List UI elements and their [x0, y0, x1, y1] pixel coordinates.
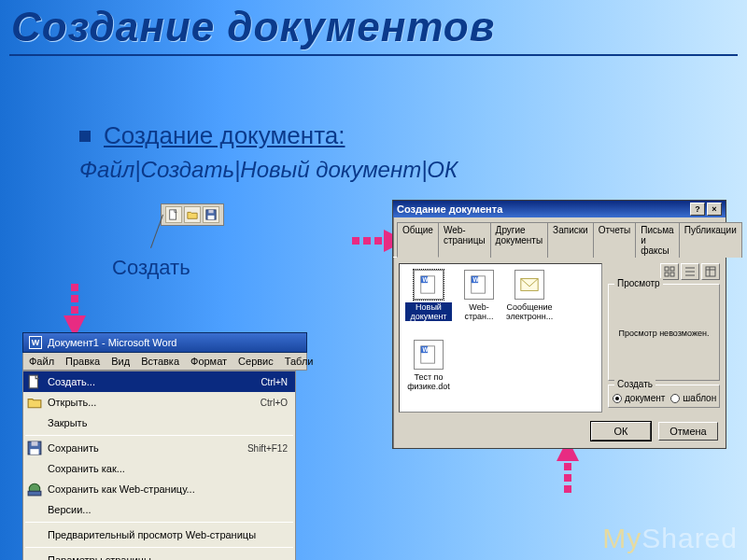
word-titlebar: W Документ1 - Microsoft Word	[22, 332, 307, 353]
svg-rect-23	[670, 273, 674, 276]
menu-separator	[25, 435, 293, 436]
menubar-item[interactable]: Вставка	[135, 353, 185, 370]
menu-item-label: Параметры страницы...	[48, 554, 282, 560]
svg-text:W: W	[423, 346, 430, 353]
word-window: W Документ1 - Microsoft Word ФайлПравкаВ…	[22, 332, 307, 560]
view-list-button[interactable]	[681, 263, 699, 280]
template-item[interactable]: WТест по физике.dot	[405, 340, 452, 391]
ok-button[interactable]: ОК	[591, 422, 651, 441]
dialog-tab[interactable]: Web-страницы	[438, 222, 491, 258]
menu-item-shortcut: Ctrl+N	[261, 377, 288, 387]
blank-icon	[27, 553, 42, 560]
blank-icon	[27, 461, 42, 476]
menu-item-shortcut: Shift+F12	[247, 443, 288, 454]
svg-rect-7	[30, 449, 38, 455]
template-item[interactable]: WWeb-стран...	[456, 270, 502, 321]
menu-item[interactable]: Версии...	[23, 499, 295, 520]
word-doc-icon: W	[414, 340, 444, 370]
radio-icon	[613, 394, 622, 403]
menubar-item[interactable]: Файл	[23, 353, 60, 370]
radio-document-label: документ	[625, 393, 665, 403]
menu-item[interactable]: Сохранить как...	[23, 458, 295, 479]
dialog-tab[interactable]: Записки	[547, 222, 594, 258]
svg-rect-9	[28, 491, 41, 496]
template-list: WНовый документWWeb-стран...Сообщение эл…	[399, 263, 602, 413]
open-icon	[27, 395, 42, 410]
watermark-b: Shared	[641, 523, 738, 553]
word-menubar: ФайлПравкаВидВставкаФорматСервисТабли	[22, 353, 307, 371]
radio-icon	[670, 394, 680, 403]
template-item-label: Сообщение электронн...	[506, 302, 553, 321]
word-doc-icon: W	[414, 270, 444, 300]
close-button[interactable]: ×	[707, 203, 722, 216]
create-type-group: Создать документ шаблон	[608, 385, 720, 408]
template-item[interactable]: WНовый документ	[405, 270, 452, 321]
template-item[interactable]: Сообщение электронн...	[506, 270, 553, 321]
help-button[interactable]: ?	[690, 203, 705, 216]
watermark: MyShared	[602, 523, 738, 554]
menu-item-label: Закрыть	[48, 417, 282, 428]
view-details-button[interactable]	[701, 263, 720, 280]
callout-label: Создать	[112, 256, 190, 280]
dialog-tabs: ОбщиеWeb-страницыДругие документыЗаписки…	[393, 217, 726, 258]
template-item-label: Web-стран...	[456, 302, 502, 321]
template-item-label: Тест по физике.dot	[405, 372, 452, 391]
wsave-icon	[27, 482, 42, 497]
slide-title: Создание документов	[11, 4, 495, 50]
preview-group: Просмотр Просмотр невозможен.	[608, 284, 720, 381]
menubar-item[interactable]: Табли	[279, 353, 319, 370]
mini-toolbar	[161, 203, 224, 226]
preview-group-label: Просмотр	[614, 278, 663, 288]
svg-rect-27	[706, 267, 715, 276]
new-file-icon[interactable]	[165, 206, 182, 223]
menu-item[interactable]: СохранитьShift+F12	[23, 438, 295, 458]
menu-item-label: Сохранить как...	[48, 463, 282, 474]
menu-item[interactable]: Создать...Ctrl+N	[23, 371, 295, 392]
menu-path-text: Файл|Создать|Новый документ|ОК	[79, 157, 458, 183]
menu-item[interactable]: Закрыть	[23, 413, 295, 433]
bullet-row: Создание документа:	[79, 121, 345, 150]
menu-item-label: Сохранить как Web-страницу...	[48, 483, 282, 495]
dialog-tab[interactable]: Общие	[397, 222, 439, 258]
blank-icon	[27, 527, 42, 542]
save-disk-icon[interactable]	[203, 206, 219, 223]
menu-item-label: Версии...	[48, 504, 282, 515]
menubar-item[interactable]: Формат	[185, 353, 233, 370]
svg-text:W: W	[473, 276, 480, 283]
word-doc-icon: W	[464, 270, 494, 300]
menubar-item[interactable]: Вид	[106, 353, 135, 370]
arrow-down-icon	[63, 282, 86, 338]
dialog-tab[interactable]: Публикации	[679, 222, 742, 258]
create-group-label: Создать	[614, 379, 655, 389]
dialog-tab[interactable]: Письма и факсы	[635, 222, 679, 258]
radio-template-label: шаблон	[683, 393, 716, 403]
menu-item[interactable]: Параметры страницы...	[23, 550, 295, 560]
svg-rect-4	[29, 375, 37, 388]
svg-rect-2	[208, 210, 213, 213]
preview-box: Просмотр невозможен.	[613, 290, 715, 376]
bullet-text: Создание документа:	[104, 121, 345, 150]
radio-template[interactable]: шаблон	[670, 393, 716, 403]
menu-item-label: Предварительный просмотр Web-страницы	[48, 529, 282, 540]
blank-icon	[27, 502, 42, 517]
word-app-icon: W	[29, 336, 42, 349]
menubar-item[interactable]: Сервис	[233, 353, 279, 370]
title-underline	[9, 54, 738, 56]
view-large-icons-button[interactable]	[660, 263, 679, 280]
menu-item[interactable]: Открыть...Ctrl+O	[23, 392, 295, 413]
watermark-a: My	[602, 523, 641, 553]
menu-separator	[25, 547, 293, 548]
radio-document[interactable]: документ	[613, 393, 665, 403]
cancel-button[interactable]: Отмена	[658, 422, 718, 441]
word-titlebar-text: Документ1 - Microsoft Word	[48, 337, 176, 348]
open-folder-icon[interactable]	[184, 206, 201, 223]
callout-line	[150, 215, 163, 248]
svg-rect-6	[32, 441, 38, 446]
menubar-item[interactable]: Правка	[60, 353, 106, 370]
menu-separator	[25, 522, 293, 523]
dialog-tab[interactable]: Отчеты	[593, 222, 637, 258]
menu-item[interactable]: Сохранить как Web-страницу...	[23, 479, 295, 499]
svg-text:W: W	[423, 276, 430, 283]
menu-item[interactable]: Предварительный просмотр Web-страницы	[23, 525, 295, 545]
dialog-tab[interactable]: Другие документы	[490, 222, 549, 258]
